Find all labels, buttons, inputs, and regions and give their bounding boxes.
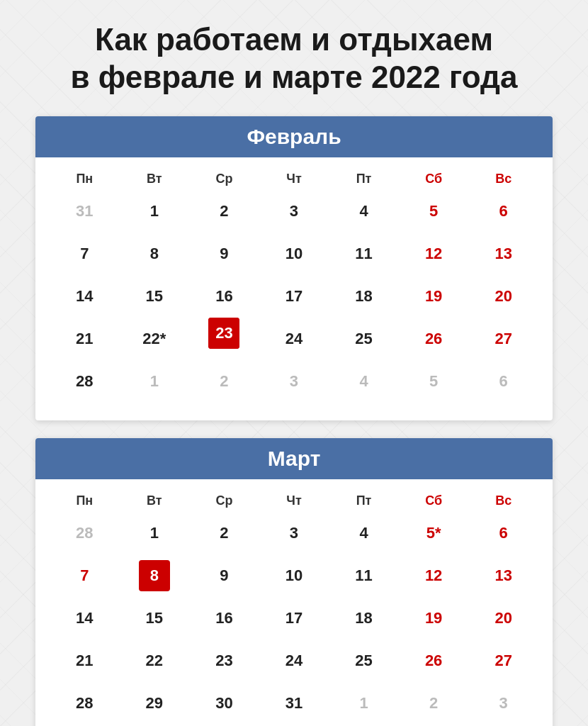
feb-d-22: 22* (120, 318, 190, 360)
feb-dh-0: Пн (50, 164, 120, 190)
feb-week-2: 7 8 9 10 11 12 13 (50, 233, 538, 275)
mar-dh-1: Вт (120, 486, 190, 512)
mar-d-8: 8 (120, 554, 190, 597)
mar-dh-0: Пн (50, 486, 120, 512)
mar-d-23: 23 (189, 640, 259, 682)
feb-d-17: 17 (259, 275, 329, 318)
mar-d-7: 7 (50, 554, 120, 597)
march-calendar: Март Пн Вт Ср Чт Пт Сб Вс 28 1 2 3 4 5* … (35, 438, 553, 726)
feb-d-31: 31 (50, 190, 120, 233)
feb-d-28: 28 (50, 360, 120, 403)
feb-dh-4: Пт (329, 164, 399, 190)
mar-d-27: 27 (468, 640, 538, 682)
mar-d-29: 29 (120, 682, 190, 725)
feb-d-8: 8 (120, 233, 190, 275)
mar-d-28: 28 (50, 682, 120, 725)
feb-d-10: 10 (259, 233, 329, 275)
mar-day-headers: Пн Вт Ср Чт Пт Сб Вс (50, 486, 538, 512)
mar-d-6: 6 (468, 512, 538, 554)
feb-d-25: 25 (329, 318, 399, 360)
mar-d-15: 15 (120, 597, 190, 640)
mar-dh-5: Сб (399, 486, 469, 512)
feb-d-15: 15 (120, 275, 190, 318)
mar-d-11: 11 (329, 554, 399, 597)
feb-d-9: 9 (189, 233, 259, 275)
mar-d-a3: 3 (468, 682, 538, 725)
feb-dh-6: Вс (468, 164, 538, 190)
mar-d-21: 21 (50, 640, 120, 682)
february-grid: Пн Вт Ср Чт Пт Сб Вс 31 1 2 3 4 5 6 7 (35, 157, 553, 410)
february-calendar: Февраль Пн Вт Ср Чт Пт Сб Вс 31 1 2 3 4 … (35, 116, 553, 420)
mar-d-5: 5* (399, 512, 469, 554)
mar-d-30: 30 (189, 682, 259, 725)
feb-week-4: 21 22* 23 24 25 26 27 (50, 318, 538, 360)
feb-day-headers: Пн Вт Ср Чт Пт Сб Вс (50, 164, 538, 190)
mar-d-31: 31 (259, 682, 329, 725)
feb-d-m6: 6 (468, 360, 538, 403)
mar-d-16: 16 (189, 597, 259, 640)
feb-d-20: 20 (468, 275, 538, 318)
feb-dh-2: Ср (189, 164, 259, 190)
feb-week-3: 14 15 16 17 18 19 20 (50, 275, 538, 318)
feb-d-16: 16 (189, 275, 259, 318)
mar-d-18: 18 (329, 597, 399, 640)
mar-week-1: 28 1 2 3 4 5* 6 (50, 512, 538, 554)
mar-week-3: 14 15 16 17 18 19 20 (50, 597, 538, 640)
mar-d-25: 25 (329, 640, 399, 682)
mar-d-24: 24 (259, 640, 329, 682)
feb-week-5: 28 1 2 3 4 5 6 (50, 360, 538, 403)
feb-d-7: 7 (50, 233, 120, 275)
mar-d-3: 3 (259, 512, 329, 554)
mar-dh-2: Ср (189, 486, 259, 512)
feb-d-2: 2 (189, 190, 259, 233)
mar-dh-4: Пт (329, 486, 399, 512)
feb-d-19: 19 (399, 275, 469, 318)
feb-d-12: 12 (399, 233, 469, 275)
mar-d-22: 22 (120, 640, 190, 682)
mar-week-4: 21 22 23 24 25 26 27 (50, 640, 538, 682)
feb-d-13: 13 (468, 233, 538, 275)
title-line1: Как работаем и отдыхаем (95, 22, 493, 57)
mar-d-10: 10 (259, 554, 329, 597)
mar-d-13: 13 (468, 554, 538, 597)
mar-week-2: 7 8 9 10 11 12 13 (50, 554, 538, 597)
march-header: Март (35, 438, 553, 479)
feb-d-23: 23 (208, 318, 239, 349)
feb-d-m4: 4 (329, 360, 399, 403)
feb-d-1: 1 (120, 190, 190, 233)
feb-d-m5: 5 (399, 360, 469, 403)
feb-d-6: 6 (468, 190, 538, 233)
mar-week-5: 28 29 30 31 1 2 3 (50, 682, 538, 725)
mar-d-14: 14 (50, 597, 120, 640)
feb-d-26: 26 (399, 318, 469, 360)
february-header: Февраль (35, 116, 553, 157)
mar-d-12: 12 (399, 554, 469, 597)
feb-d-21: 21 (50, 318, 120, 360)
mar-d-20: 20 (468, 597, 538, 640)
mar-d-2: 2 (189, 512, 259, 554)
feb-d-m1: 1 (120, 360, 190, 403)
feb-d-11: 11 (329, 233, 399, 275)
feb-d-m2: 2 (189, 360, 259, 403)
feb-d-5: 5 (399, 190, 469, 233)
feb-d-27: 27 (468, 318, 538, 360)
mar-d-26: 26 (399, 640, 469, 682)
mar-d-a1: 1 (329, 682, 399, 725)
mar-d-1: 1 (120, 512, 190, 554)
march-grid: Пн Вт Ср Чт Пт Сб Вс 28 1 2 3 4 5* 6 7 (35, 479, 553, 726)
feb-week-1: 31 1 2 3 4 5 6 (50, 190, 538, 233)
feb-d-24: 24 (259, 318, 329, 360)
feb-d-14: 14 (50, 275, 120, 318)
mar-d-19: 19 (399, 597, 469, 640)
feb-d-3: 3 (259, 190, 329, 233)
mar-dh-6: Вс (468, 486, 538, 512)
feb-d-18: 18 (329, 275, 399, 318)
feb-dh-1: Вт (120, 164, 190, 190)
feb-dh-5: Сб (399, 164, 469, 190)
mar-dh-3: Чт (259, 486, 329, 512)
mar-d-17: 17 (259, 597, 329, 640)
mar-d-28: 28 (50, 512, 120, 554)
mar-d-a2: 2 (399, 682, 469, 725)
feb-d-m3: 3 (259, 360, 329, 403)
feb-d-4: 4 (329, 190, 399, 233)
